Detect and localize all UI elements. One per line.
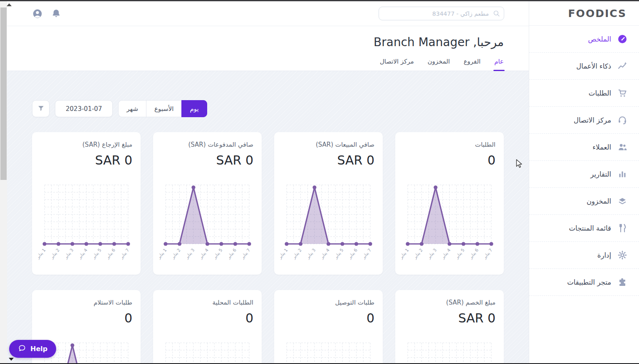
svg-text:5 يناير: 5 يناير	[333, 248, 345, 261]
search-icon	[493, 10, 500, 17]
stat-card-title: الطلبات	[404, 141, 495, 149]
sidebar-item-8[interactable]: قائمة المنتجات	[529, 215, 639, 242]
svg-text:1 يناير: 1 يناير	[277, 248, 289, 261]
help-button-label: Help	[30, 345, 47, 353]
trend-sparkle-icon	[617, 61, 627, 71]
stat-card-2: صافي المبيعات (SAR)SAR 01 يناير2 يناير3 …	[274, 132, 383, 275]
stat-card-7: الطلبات المحلية01 يناير2 يناير3 يناير4 ي…	[153, 290, 262, 363]
tab-1[interactable]: عام	[494, 58, 504, 71]
sidebar-item-7[interactable]: المخزون	[529, 188, 639, 215]
svg-text:3 يناير: 3 يناير	[305, 248, 317, 261]
notifications-bell-icon[interactable]	[51, 8, 62, 19]
mini-area-chart: 1 يناير2 يناير3 يناير4 يناير5 يناير6 ينا…	[282, 339, 374, 363]
users-icon	[617, 142, 627, 152]
tab-2[interactable]: الفروع	[463, 58, 480, 71]
stat-card-value: SAR 0	[40, 153, 132, 168]
sidebar-item-label: الملخص	[588, 35, 611, 43]
sidebar-item-2[interactable]: ذكاء الأعمال	[529, 53, 639, 80]
date-picker-button[interactable]: 2023-01-07	[55, 100, 113, 117]
dashboard-content: يومالأسبوعشهر 2023-01-07 الطلبات01 يناير…	[7, 71, 529, 363]
gear-icon	[617, 250, 627, 260]
scrollbar-thumb[interactable]	[0, 7, 7, 180]
stat-card-4: مبلغ الإرجاع (SAR)SAR 01 يناير2 يناير3 ي…	[32, 132, 141, 275]
sidebar-item-label: العملاء	[592, 143, 611, 151]
layers-icon	[617, 196, 627, 206]
svg-text:7 يناير: 7 يناير	[240, 248, 252, 261]
svg-text:4 يناير: 4 يناير	[77, 247, 89, 260]
period-button-1[interactable]: يوم	[181, 100, 207, 117]
sidebar-item-6[interactable]: التقارير	[529, 161, 639, 188]
svg-text:3 يناير: 3 يناير	[184, 248, 196, 261]
period-button-3[interactable]: شهر	[118, 100, 146, 117]
funnel-icon	[37, 104, 45, 113]
svg-text:4 يناير: 4 يناير	[440, 247, 452, 260]
sidebar-item-4[interactable]: مركز الاتصال	[529, 107, 639, 134]
stat-card-title: طلبات الاستلام	[40, 299, 132, 307]
help-button[interactable]: Help	[9, 340, 56, 358]
stat-card-5: مبلغ الخصم (SAR)SAR 01 يناير2 يناير3 ينا…	[395, 290, 504, 363]
bar-chart-icon	[617, 169, 627, 179]
chat-bubble-icon	[18, 344, 26, 354]
svg-text:5 يناير: 5 يناير	[454, 248, 466, 261]
sidebar-item-3[interactable]: الطلبات	[529, 80, 639, 107]
svg-text:5 يناير: 5 يناير	[212, 248, 224, 261]
stat-card-value: 0	[282, 311, 374, 326]
stat-card-title: طلبات التوصيل	[282, 299, 374, 307]
svg-text:5 يناير: 5 يناير	[91, 248, 103, 261]
svg-text:2 يناير: 2 يناير	[170, 248, 182, 261]
sidebar-item-1[interactable]: الملخص	[529, 26, 639, 53]
stat-card-6: طلبات التوصيل01 يناير2 يناير3 يناير4 ينا…	[274, 290, 383, 363]
svg-text:6 يناير: 6 يناير	[347, 247, 359, 260]
period-button-2[interactable]: الأسبوع	[146, 100, 182, 117]
search-input[interactable]	[379, 7, 504, 20]
svg-text:1 يناير: 1 يناير	[398, 248, 410, 261]
svg-text:2 يناير: 2 يناير	[49, 248, 61, 261]
user-avatar-icon[interactable]	[32, 8, 43, 19]
svg-text:6 يناير: 6 يناير	[468, 247, 480, 260]
svg-text:1 يناير: 1 يناير	[35, 248, 47, 261]
topbar-icons	[32, 8, 62, 19]
tab-4[interactable]: مركز الاتصال	[380, 58, 414, 71]
page-title: مرحبا, Branch Manager	[32, 35, 504, 50]
svg-text:4 يناير: 4 يناير	[319, 247, 331, 260]
filter-row: يومالأسبوعشهر 2023-01-07	[32, 100, 504, 117]
sidebar: FOODICS الملخصذكاء الأعمالالطلباتمركز ال…	[529, 1, 639, 363]
scroll-down-arrow-icon[interactable]	[9, 358, 14, 361]
tab-3[interactable]: المخزون	[428, 58, 450, 71]
sidebar-item-5[interactable]: العملاء	[529, 134, 639, 161]
stat-card-value: 0	[161, 311, 253, 326]
sidebar-item-9[interactable]: إدارة	[529, 242, 639, 269]
svg-text:4 يناير: 4 يناير	[198, 247, 210, 260]
vertical-scrollbar[interactable]	[0, 1, 7, 363]
svg-text:1 يناير: 1 يناير	[156, 248, 168, 261]
stat-card-1: الطلبات01 يناير2 يناير3 يناير4 يناير5 ين…	[395, 132, 504, 275]
stat-card-title: مبلغ الإرجاع (SAR)	[40, 141, 132, 149]
main-area: مرحبا, Branch Manager عامالفروعالمخزونمر…	[7, 1, 529, 363]
cart-icon	[617, 88, 627, 98]
dashboard-tabs: عامالفروعالمخزونمركز الاتصال	[32, 58, 504, 71]
page-header: مرحبا, Branch Manager عامالفروعالمخزونمر…	[7, 26, 529, 71]
mini-area-chart: 1 يناير2 يناير3 يناير4 يناير5 يناير6 ينا…	[161, 182, 253, 267]
window-top-edge	[0, 0, 639, 1]
utensils-icon	[617, 223, 627, 233]
stat-card-value: SAR 0	[282, 153, 374, 168]
sidebar-item-label: المخزون	[587, 197, 611, 205]
svg-text:7 يناير: 7 يناير	[119, 248, 131, 261]
stat-card-value: SAR 0	[404, 311, 495, 326]
svg-text:7 يناير: 7 يناير	[361, 248, 373, 261]
mini-area-chart: 1 يناير2 يناير3 يناير4 يناير5 يناير6 ينا…	[404, 182, 495, 267]
headset-icon	[617, 115, 627, 125]
period-segmented-control: يومالأسبوعشهر	[118, 100, 207, 117]
stat-card-value: 0	[404, 153, 495, 168]
sidebar-item-label: التقارير	[590, 170, 611, 178]
sidebar-item-label: إدارة	[597, 251, 611, 259]
scroll-up-arrow-icon[interactable]	[7, 3, 12, 6]
sidebar-item-10[interactable]: متجر التطبيقات	[529, 269, 639, 296]
mini-area-chart: 1 يناير2 يناير3 يناير4 يناير5 يناير6 ينا…	[282, 182, 374, 267]
stat-card-title: صافي المدفوعات (SAR)	[161, 141, 253, 149]
svg-text:3 يناير: 3 يناير	[63, 248, 75, 261]
puzzle-icon	[617, 277, 627, 287]
svg-text:6 يناير: 6 يناير	[104, 247, 116, 260]
topbar	[7, 1, 529, 26]
filter-button[interactable]	[32, 100, 50, 117]
